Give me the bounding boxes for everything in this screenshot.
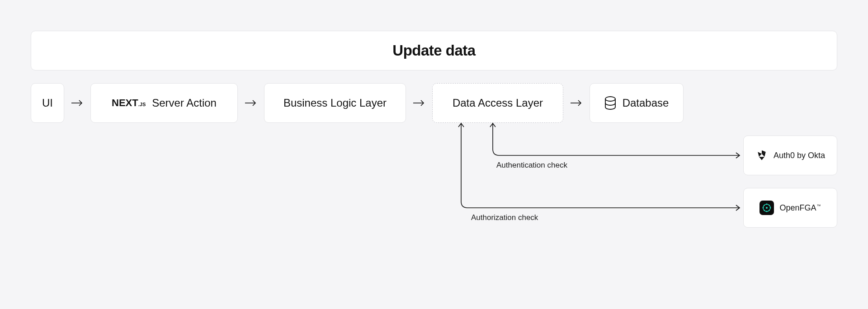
flow-row: UI NEXT.JS Server Action Business Logic …: [31, 83, 837, 123]
arrow-right-icon: [413, 98, 425, 108]
openfga-logo-icon: [760, 201, 774, 215]
arrow-right-icon: [71, 98, 84, 108]
svg-point-12: [764, 210, 765, 211]
node-nextjs-server-action: NEXT.JS Server Action: [90, 83, 238, 123]
database-icon: [604, 96, 616, 110]
arrow-ui-to-next: [64, 83, 90, 123]
svg-point-11: [769, 205, 770, 206]
diagram-header: Update data: [31, 31, 837, 70]
auth0-shield-icon: [755, 149, 768, 162]
node-openfga: OpenFGA™: [743, 188, 837, 228]
svg-point-7: [766, 211, 768, 212]
connector-label-authentication: Authentication check: [496, 161, 567, 170]
svg-point-13: [769, 210, 770, 211]
svg-point-4: [605, 97, 615, 101]
arrow-dal-to-db: [563, 83, 590, 123]
nextjs-logo-icon: NEXT.JS: [112, 97, 146, 109]
node-auth0: Auth0 by Okta: [743, 136, 837, 175]
svg-point-6: [766, 204, 768, 205]
node-openfga-label: OpenFGA™: [779, 203, 821, 213]
svg-point-14: [766, 207, 768, 209]
arrow-bll-to-dal: [406, 83, 432, 123]
nextjs-logo-suffix: .JS: [138, 102, 146, 107]
node-business-logic-layer: Business Logic Layer: [264, 83, 406, 123]
arrow-next-to-bll: [238, 83, 264, 123]
node-db-label: Database: [623, 97, 669, 109]
node-nextjs-label: Server Action: [152, 97, 217, 109]
svg-point-8: [763, 207, 764, 209]
node-data-access-layer: Data Access Layer: [432, 83, 563, 123]
node-bll-label: Business Logic Layer: [283, 97, 387, 109]
arrow-right-icon: [570, 98, 583, 108]
svg-point-9: [770, 207, 771, 209]
arrow-right-icon: [245, 98, 257, 108]
openfga-tm: ™: [817, 204, 821, 208]
node-dal-label: Data Access Layer: [453, 97, 543, 109]
nextjs-logo-text: NEXT: [112, 97, 138, 108]
node-database: Database: [590, 83, 684, 123]
svg-point-10: [764, 205, 765, 206]
node-ui-label: UI: [42, 97, 53, 109]
diagram-title: Update data: [392, 42, 475, 59]
connector-label-authorization: Authorization check: [471, 213, 538, 222]
node-ui: UI: [31, 83, 64, 123]
openfga-text: OpenFGA: [779, 203, 816, 212]
node-auth0-label: Auth0 by Okta: [774, 151, 825, 160]
